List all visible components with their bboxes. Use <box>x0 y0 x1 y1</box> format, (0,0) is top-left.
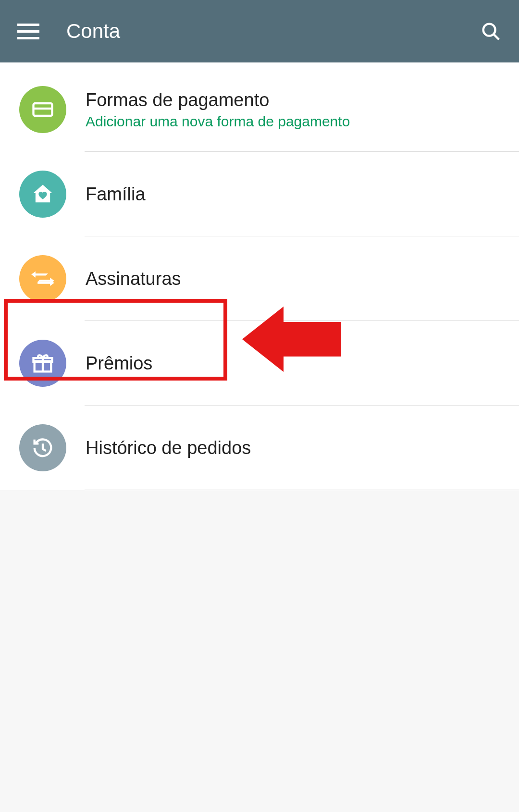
list-item-subscriptions[interactable]: Assinaturas <box>0 236 519 321</box>
page-title: Conta <box>66 20 453 43</box>
list-item-family[interactable]: Família <box>0 152 519 236</box>
menu-icon[interactable] <box>17 20 39 42</box>
divider <box>85 490 519 490</box>
loop-arrows-icon <box>19 255 66 302</box>
list-item-text: Assinaturas <box>86 269 519 289</box>
content: Formas de pagamento Adicionar uma nova f… <box>0 62 519 490</box>
svg-point-0 <box>483 24 495 36</box>
history-icon <box>19 424 66 471</box>
list-item-subtitle: Adicionar uma nova forma de pagamento <box>86 113 519 130</box>
list-item-text: Histórico de pedidos <box>86 438 519 458</box>
list-item-label: Assinaturas <box>86 269 519 289</box>
list-item-text: Família <box>86 184 519 205</box>
account-menu-list: Formas de pagamento Adicionar uma nova f… <box>0 62 519 490</box>
appbar: Conta <box>0 0 519 62</box>
list-item-text: Prêmios <box>86 353 519 374</box>
svg-line-1 <box>494 34 499 39</box>
list-item-rewards[interactable]: Prêmios <box>0 321 519 406</box>
list-item-text: Formas de pagamento Adicionar uma nova f… <box>86 90 519 130</box>
list-item-label: Prêmios <box>86 353 519 374</box>
list-item-order-history[interactable]: Histórico de pedidos <box>0 406 519 490</box>
gift-icon <box>19 340 66 387</box>
list-item-label: Família <box>86 184 519 205</box>
search-icon[interactable] <box>480 20 502 42</box>
credit-card-icon <box>19 86 66 133</box>
house-heart-icon <box>19 171 66 218</box>
list-item-payment[interactable]: Formas de pagamento Adicionar uma nova f… <box>0 67 519 152</box>
list-item-label: Formas de pagamento <box>86 90 519 111</box>
list-item-label: Histórico de pedidos <box>86 438 519 458</box>
